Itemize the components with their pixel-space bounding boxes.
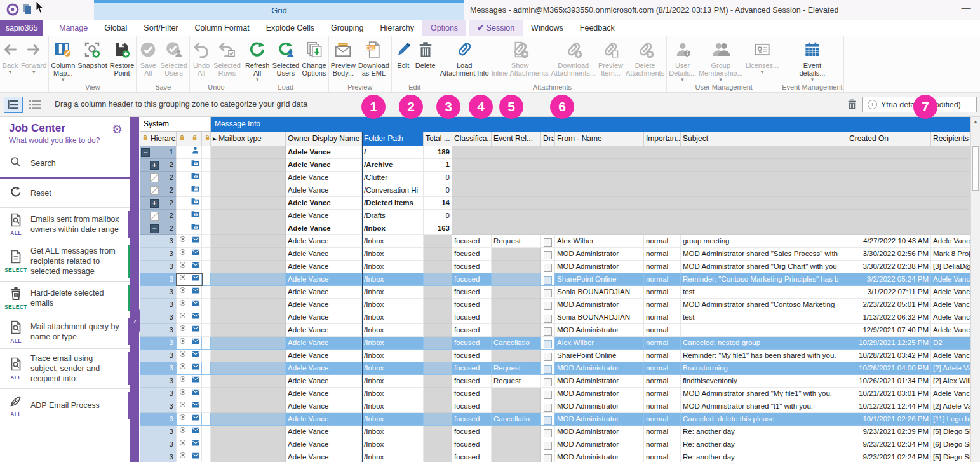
cell-mailbox[interactable] bbox=[211, 159, 286, 172]
cell-draft[interactable] bbox=[541, 261, 555, 273]
cell-folder[interactable]: /Inbox bbox=[362, 311, 424, 324]
cell-imp[interactable]: normal bbox=[644, 324, 681, 337]
cell-draft[interactable] bbox=[541, 400, 555, 413]
cell-hier[interactable]: 2 bbox=[140, 172, 177, 184]
delete-button[interactable]: Delete bbox=[414, 36, 437, 69]
cell-c2[interactable] bbox=[189, 362, 202, 375]
cell-class[interactable]: focused bbox=[452, 299, 492, 311]
cell-mailbox[interactable] bbox=[211, 388, 286, 400]
cell-total[interactable] bbox=[424, 311, 452, 324]
cell-owner[interactable]: Adele Vance bbox=[286, 451, 362, 462]
cell-hier[interactable]: −1 bbox=[140, 146, 177, 159]
draft-checkbox[interactable] bbox=[544, 404, 552, 412]
message-row[interactable]: 3Adele Vance/InboxfocusedMOD Administrat… bbox=[140, 324, 970, 337]
cell-imp[interactable]: normal bbox=[644, 362, 681, 375]
cell-event[interactable]: Request bbox=[492, 235, 541, 248]
tab-hierarchy[interactable]: Hierarchy bbox=[372, 20, 423, 36]
cell-c1[interactable] bbox=[177, 375, 189, 388]
cell-c1[interactable] bbox=[177, 159, 189, 172]
cell-class[interactable]: focused bbox=[452, 337, 492, 350]
cell-c3[interactable] bbox=[202, 362, 211, 375]
cell-class[interactable]: focused bbox=[452, 350, 492, 362]
cell-c3[interactable] bbox=[202, 159, 211, 172]
cell-subject[interactable]: group meeting bbox=[681, 235, 847, 248]
radio-icon[interactable] bbox=[178, 400, 187, 412]
cell-draft[interactable] bbox=[541, 413, 555, 426]
cell-hier[interactable]: 3 bbox=[140, 350, 177, 362]
cell-class[interactable]: focused bbox=[452, 451, 492, 462]
expand-icon[interactable]: + bbox=[150, 199, 159, 208]
cell-from[interactable]: SharePoint Online bbox=[555, 350, 644, 362]
column-header-from[interactable]: From - Name bbox=[555, 132, 644, 146]
cell-owner[interactable]: Adele Vance bbox=[286, 172, 362, 184]
cell-mailbox[interactable] bbox=[211, 235, 286, 248]
cell-owner[interactable]: Adele Vance bbox=[286, 197, 362, 210]
cell-total[interactable] bbox=[424, 400, 452, 413]
cell-c3[interactable] bbox=[202, 210, 211, 222]
cell-subject[interactable]: test bbox=[681, 311, 847, 324]
cell-owner[interactable]: Adele Vance bbox=[286, 146, 362, 159]
cell-owner[interactable]: Adele Vance bbox=[286, 210, 362, 222]
cell-recip[interactable]: [2] Adele Vanc bbox=[931, 362, 970, 375]
cell-mailbox[interactable] bbox=[211, 400, 286, 413]
cell-c3[interactable] bbox=[202, 197, 211, 210]
cell-c3[interactable] bbox=[202, 184, 211, 197]
cell-empty-span[interactable] bbox=[452, 184, 970, 197]
cell-imp[interactable]: normal bbox=[644, 350, 681, 362]
cell-folder[interactable]: /Inbox bbox=[362, 222, 424, 235]
cell-total[interactable] bbox=[424, 438, 452, 451]
cell-hier[interactable]: 3 bbox=[140, 375, 177, 388]
cell-hier[interactable]: 2 bbox=[140, 210, 177, 222]
cell-draft[interactable] bbox=[541, 299, 555, 311]
preview-body-button[interactable]: Preview Body... bbox=[330, 36, 357, 77]
hierarchy-row[interactable]: +2Adele Vance/Archive1 bbox=[140, 159, 970, 172]
cell-draft[interactable] bbox=[541, 311, 555, 324]
cell-owner[interactable]: Adele Vance bbox=[286, 413, 362, 426]
cell-imp[interactable]: normal bbox=[644, 248, 681, 261]
cell-c3[interactable] bbox=[202, 261, 211, 273]
draft-checkbox[interactable] bbox=[544, 327, 552, 336]
cell-event[interactable] bbox=[492, 273, 541, 286]
draft-checkbox[interactable] bbox=[544, 353, 552, 361]
message-row[interactable]: 3Adele Vance/InboxfocusedCancellatioAlex… bbox=[140, 337, 970, 350]
cell-from[interactable]: Sonia BOUNARDJIAN bbox=[555, 286, 644, 299]
cell-created[interactable]: 3/30/2022 02:56 PM bbox=[847, 248, 931, 261]
cell-c2[interactable] bbox=[189, 375, 202, 388]
cell-from[interactable]: MOD Administrator bbox=[555, 413, 644, 426]
cell-mailbox[interactable] bbox=[211, 172, 286, 184]
tab-grouping[interactable]: Grouping bbox=[323, 20, 372, 36]
message-row[interactable]: 3Adele Vance/InboxfocusedMOD Administrat… bbox=[140, 451, 970, 462]
cell-mailbox[interactable] bbox=[211, 261, 286, 273]
column-header-c3[interactable] bbox=[202, 132, 211, 146]
cell-c3[interactable] bbox=[202, 413, 211, 426]
radio-icon[interactable] bbox=[178, 235, 187, 247]
cell-recip[interactable]: [11] Lego buil bbox=[931, 413, 970, 426]
cell-empty-span[interactable] bbox=[452, 222, 970, 235]
tab-feedback[interactable]: Feedback bbox=[572, 20, 623, 36]
cell-mailbox[interactable] bbox=[211, 324, 286, 337]
radio-icon[interactable] bbox=[178, 337, 187, 349]
cell-draft[interactable] bbox=[541, 451, 555, 462]
tab-sort-filter[interactable]: Sort/Filter bbox=[135, 20, 186, 36]
cell-subject[interactable]: MOD Administrator shared "My file1" with… bbox=[681, 388, 847, 400]
grid-context-band[interactable]: Grid bbox=[94, 0, 464, 20]
cell-total[interactable] bbox=[424, 350, 452, 362]
message-row[interactable]: 3Adele Vance/InboxfocusedMOD Administrat… bbox=[140, 248, 970, 261]
cell-event[interactable]: Cancellatio bbox=[492, 337, 541, 350]
cell-event[interactable] bbox=[492, 311, 541, 324]
message-row[interactable]: 3Adele Vance/InboxfocusedMOD Administrat… bbox=[140, 400, 970, 413]
message-row[interactable]: 3Adele Vance/InboxfocusedMOD Administrat… bbox=[140, 438, 970, 451]
edit-button[interactable]: Edit bbox=[393, 36, 414, 69]
cell-recip[interactable]: Adele Vance bbox=[931, 235, 970, 248]
cell-owner[interactable]: Adele Vance bbox=[286, 222, 362, 235]
cell-c2[interactable] bbox=[189, 235, 202, 248]
vertical-scrollbar[interactable]: ▲ bbox=[970, 117, 980, 462]
cell-class[interactable]: focused bbox=[452, 413, 492, 426]
cell-class[interactable]: focused bbox=[452, 235, 492, 248]
cell-hier[interactable]: 2 bbox=[140, 184, 177, 197]
radio-icon[interactable] bbox=[178, 426, 187, 438]
cell-total[interactable] bbox=[424, 324, 452, 337]
tab-sapio365[interactable]: sapio365 bbox=[0, 20, 43, 36]
cell-c3[interactable] bbox=[202, 324, 211, 337]
column-header-owner[interactable]: Owner Display Name bbox=[286, 132, 362, 146]
